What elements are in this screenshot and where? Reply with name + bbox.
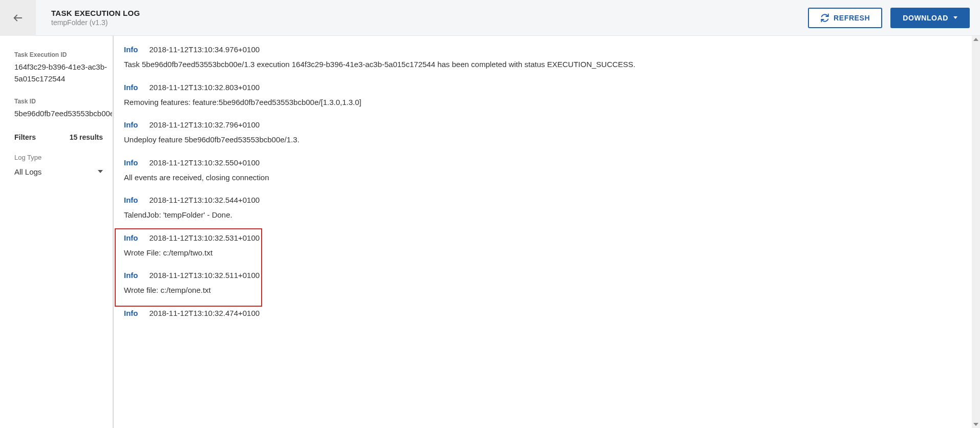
log-level: Info: [124, 158, 138, 167]
log-entry: Info2018-11-12T13:10:32.550+0100All even…: [122, 155, 968, 193]
log-entry: Info2018-11-12T13:10:32.511+0100Wrote fi…: [122, 268, 968, 306]
header-titles: TASK EXECUTION LOG tempFolder (v1.3): [36, 9, 808, 27]
sidebar: Task Execution ID 164f3c29-b396-41e3-ac3…: [0, 36, 113, 428]
log-entry: Info2018-11-12T13:10:34.976+0100Task 5be…: [122, 42, 968, 80]
log-timestamp: 2018-11-12T13:10:34.976+0100: [150, 45, 260, 54]
logtype-select[interactable]: All Logs: [14, 165, 112, 180]
log-area: Info2018-11-12T13:10:34.976+0100Task 5be…: [114, 36, 980, 428]
scroll-up-icon[interactable]: [973, 37, 978, 42]
chevron-down-icon: [953, 16, 957, 19]
logtype-value: All Logs: [14, 167, 41, 176]
log-message: TalendJob: 'tempFolder' - Done.: [124, 209, 966, 221]
log-level: Info: [124, 120, 138, 129]
log-entry: Info2018-11-12T13:10:32.531+0100Wrote Fi…: [122, 230, 968, 268]
log-timestamp: 2018-11-12T13:10:32.531+0100: [150, 233, 260, 242]
log-entry: Info2018-11-12T13:10:32.803+0100Removing…: [122, 80, 968, 118]
header-actions: REFRESH DOWNLOAD: [808, 8, 980, 28]
task-id-label: Task ID: [14, 98, 112, 105]
scroll-down-icon[interactable]: [973, 422, 978, 427]
download-label: DOWNLOAD: [903, 14, 948, 22]
log-head: Info2018-11-12T13:10:32.544+0100: [124, 196, 966, 204]
log-entry: Info2018-11-12T13:10:32.474+0100: [122, 306, 968, 332]
arrow-left-icon: [12, 12, 24, 24]
log-timestamp: 2018-11-12T13:10:32.474+0100: [150, 309, 260, 317]
header: TASK EXECUTION LOG tempFolder (v1.3) REF…: [0, 0, 980, 36]
log-message: Removing features: feature:5be96d0fb7eed…: [124, 97, 966, 109]
log-message: All events are received, closing connect…: [124, 172, 966, 184]
log-timestamp: 2018-11-12T13:10:32.544+0100: [150, 196, 260, 204]
caret-down-icon: [98, 170, 103, 173]
log-timestamp: 2018-11-12T13:10:32.511+0100: [150, 271, 260, 280]
scrollbar[interactable]: [972, 36, 980, 428]
task-id-value: 5be96d0fb7eed53553bcb00e: [14, 108, 112, 120]
log-timestamp: 2018-11-12T13:10:32.550+0100: [150, 158, 260, 167]
refresh-label: REFRESH: [834, 14, 870, 22]
log-entry: Info2018-11-12T13:10:32.544+0100TalendJo…: [122, 192, 968, 230]
log-message: Task 5be96d0fb7eed53553bcb00e/1.3 execut…: [124, 59, 966, 71]
back-button[interactable]: [0, 0, 36, 36]
log-level: Info: [124, 309, 138, 317]
log-message: Undeploy feature 5be96d0fb7eed53553bcb00…: [124, 134, 966, 146]
log-head: Info2018-11-12T13:10:32.803+0100: [124, 83, 966, 92]
task-execution-id-value: 164f3c29-b396-41e3-ac3b-5a015c172544: [14, 61, 112, 84]
log-message: Wrote file: c:/temp/one.txt: [124, 285, 966, 296]
log-timestamp: 2018-11-12T13:10:32.796+0100: [150, 120, 260, 129]
log-head: Info2018-11-12T13:10:34.976+0100: [124, 45, 966, 54]
task-execution-id-label: Task Execution ID: [14, 51, 112, 58]
log-message: Wrote File: c:/temp/two.txt: [124, 247, 966, 259]
log-level: Info: [124, 196, 138, 204]
refresh-icon: [820, 13, 829, 23]
log-head: Info2018-11-12T13:10:32.796+0100: [124, 120, 966, 129]
filters-row: Filters 15 results: [14, 133, 112, 141]
log-level: Info: [124, 271, 138, 280]
filters-label: Filters: [14, 133, 36, 141]
log-level: Info: [124, 233, 138, 242]
body: Task Execution ID 164f3c29-b396-41e3-ac3…: [0, 36, 980, 428]
log-head: Info2018-11-12T13:10:32.550+0100: [124, 158, 966, 167]
log-head: Info2018-11-12T13:10:32.531+0100: [124, 233, 966, 242]
log-timestamp: 2018-11-12T13:10:32.803+0100: [150, 83, 260, 92]
download-button[interactable]: DOWNLOAD: [890, 8, 970, 28]
log-head: Info2018-11-12T13:10:32.474+0100: [124, 309, 966, 317]
log-level: Info: [124, 83, 138, 92]
page-subtitle: tempFolder (v1.3): [51, 18, 808, 27]
log-entry: Info2018-11-12T13:10:32.796+0100Undeploy…: [122, 117, 968, 155]
log-level: Info: [124, 45, 138, 54]
page-title: TASK EXECUTION LOG: [51, 9, 808, 17]
log-head: Info2018-11-12T13:10:32.511+0100: [124, 271, 966, 280]
results-count: 15 results: [70, 133, 103, 141]
logtype-label: Log Type: [14, 154, 112, 161]
refresh-button[interactable]: REFRESH: [808, 8, 882, 28]
